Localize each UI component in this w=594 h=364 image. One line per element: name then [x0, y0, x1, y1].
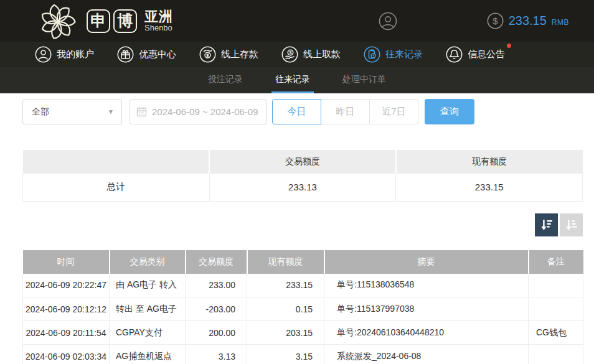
- summary-transaction-total: 233.13: [209, 174, 396, 201]
- bell-icon: [446, 46, 463, 63]
- yesterday-button[interactable]: 昨日: [321, 99, 370, 124]
- table-row: 2024-06-09 20:12:12 转出 至 AG电子 -203.00 0.…: [23, 297, 583, 321]
- summary-header-balance: 现有额度: [396, 150, 583, 174]
- cell-time: 2024-06-09 20:11:54: [23, 321, 110, 345]
- summary-total-row: 总计 233.13 233.15: [23, 174, 583, 201]
- nav-item-transaction-records[interactable]: 往来记录: [364, 46, 423, 63]
- sort-controls: [22, 213, 583, 236]
- cell-remark: [529, 274, 583, 297]
- logo-region: 亚洲 Shenbo: [144, 9, 173, 32]
- col-time: 时间: [23, 250, 110, 274]
- cell-remark: [529, 297, 583, 321]
- col-remark: 备注: [529, 250, 583, 274]
- table-row: 2024-06-09 20:11:54 CGPAY支付 200.00 203.1…: [23, 321, 583, 345]
- nav-label: 优惠中心: [139, 49, 176, 60]
- cell-type: 由 AG电子 转入: [110, 274, 186, 297]
- col-balance: 现有额度: [247, 250, 324, 274]
- header-right: $ 233.15 RMB: [379, 11, 569, 31]
- cell-type: 转出 至 AG电子: [110, 297, 186, 321]
- col-type: 交易类别: [110, 250, 186, 274]
- logo-region-cn: 亚洲: [144, 9, 173, 24]
- cell-summary: 单号:202406103640448210: [324, 321, 529, 345]
- site-logo[interactable]: 申 博 亚洲 Shenbo: [34, 1, 173, 41]
- nav-label: 线上取款: [303, 49, 341, 60]
- nav-label: 线上存款: [221, 49, 258, 60]
- username-redacted[interactable]: [390, 11, 469, 31]
- notification-badge-dot: [507, 44, 511, 48]
- balance-amount: 233.15: [509, 14, 547, 28]
- logo-char-1: 申: [87, 9, 110, 33]
- tab-betting-records[interactable]: 投注记录: [204, 67, 247, 93]
- type-select-dropdown[interactable]: 全部 ▼: [22, 99, 122, 124]
- nav-label: 我的账户: [57, 49, 94, 60]
- chevron-down-icon: ▼: [108, 108, 114, 115]
- cell-summary: 单号:115137997038: [324, 297, 529, 321]
- col-summary: 摘要: [324, 250, 529, 274]
- sort-amount-desc-icon[interactable]: [535, 213, 558, 236]
- cell-type: AG捕鱼机返点: [110, 345, 186, 364]
- last-7-days-button[interactable]: 近7日: [369, 99, 418, 124]
- today-button[interactable]: 今日: [272, 99, 321, 124]
- svg-text:$: $: [289, 50, 292, 55]
- cell-balance: 203.15: [247, 321, 324, 345]
- type-select-value: 全部: [32, 106, 49, 118]
- records-clipboard-clock-icon: [364, 46, 380, 63]
- gift-icon: [117, 46, 134, 63]
- nav-label: 信息公告: [468, 49, 505, 60]
- logo-char-2: 博: [113, 9, 137, 33]
- tab-label: 处理中订单: [342, 74, 386, 85]
- cell-amount: -203.00: [186, 297, 247, 321]
- nav-item-promotions[interactable]: 优惠中心: [117, 46, 176, 63]
- user-icon: [35, 46, 52, 63]
- cell-type: CGPAY支付: [110, 321, 186, 345]
- sub-nav: 投注记录 往来记录 处理中订单: [0, 67, 594, 93]
- summary-header-empty: [23, 150, 210, 174]
- table-header-row: 时间 交易类别 交易额度 现有额度 摘要 备注: [23, 250, 583, 274]
- cell-remark: CG钱包: [529, 321, 583, 345]
- main-nav: 我的账户 优惠中心 线上存款 $ 线上取款: [0, 42, 594, 67]
- nav-item-deposit[interactable]: 线上存款: [199, 46, 258, 63]
- search-button[interactable]: 查询: [425, 99, 474, 124]
- cell-amount: 233.00: [186, 274, 247, 297]
- logo-wordmark: 申 博: [87, 9, 137, 33]
- date-range-input[interactable]: 2024-06-09 ~ 2024-06-09: [130, 99, 267, 124]
- summary-total-label: 总计: [23, 174, 210, 201]
- cell-time: 2024-06-09 20:12:12: [23, 297, 110, 321]
- svg-text:$: $: [493, 16, 498, 26]
- cell-balance: 0.15: [247, 297, 324, 321]
- nav-label: 往来记录: [385, 49, 423, 60]
- nav-item-withdraw[interactable]: $ 线上取款: [281, 46, 341, 63]
- cell-remark: [529, 345, 583, 364]
- sort-amount-asc-icon[interactable]: [560, 213, 583, 236]
- quick-date-button-group: 今日 昨日 近7日: [272, 99, 418, 124]
- summary-table: 交易额度 现有额度 总计 233.13 233.15: [22, 150, 583, 202]
- cell-summary: 系统派发_2024-06-08: [324, 345, 529, 364]
- lotus-flower-icon: [34, 2, 82, 41]
- tab-label: 投注记录: [208, 74, 243, 85]
- summary-header-row: 交易额度 现有额度: [23, 150, 583, 174]
- calendar-icon: [136, 106, 147, 117]
- transactions-table: 时间 交易类别 交易额度 现有额度 摘要 备注 2024-06-09 20:22…: [22, 250, 583, 364]
- tab-pending-orders[interactable]: 处理中订单: [339, 67, 390, 93]
- cell-amount: 3.13: [186, 345, 247, 364]
- cell-balance: 3.15: [247, 345, 324, 364]
- deposit-hand-coin-icon: [199, 46, 216, 63]
- filter-row: 全部 ▼ 2024-06-09 ~ 2024-06-09 今日 昨日 近7日 查…: [22, 99, 594, 124]
- table-row: 2024-06-09 02:03:34 AG捕鱼机返点 3.13 3.15 系统…: [23, 345, 583, 364]
- tab-label: 往来记录: [275, 74, 310, 85]
- cell-time: 2024-06-09 20:22:47: [23, 274, 110, 297]
- tab-transaction-records[interactable]: 往来记录: [271, 67, 314, 93]
- date-range-value: 2024-06-09 ~ 2024-06-09: [152, 106, 258, 117]
- summary-balance-total: 233.15: [396, 174, 583, 201]
- logo-region-en: Shenbo: [144, 24, 173, 32]
- cell-balance: 233.15: [247, 274, 324, 297]
- cell-amount: 200.00: [186, 321, 247, 345]
- nav-item-announcements[interactable]: 信息公告: [446, 46, 505, 63]
- withdraw-hand-dollar-icon: $: [281, 46, 298, 63]
- wallet-balance[interactable]: $ 233.15 RMB: [487, 12, 569, 29]
- summary-header-transaction: 交易额度: [209, 150, 396, 174]
- dollar-circle-icon: $: [487, 12, 504, 29]
- cell-summary: 单号:115138036548: [324, 274, 529, 297]
- nav-item-my-account[interactable]: 我的账户: [35, 46, 94, 63]
- top-header: 申 博 亚洲 Shenbo $ 233.15 RMB: [0, 0, 594, 42]
